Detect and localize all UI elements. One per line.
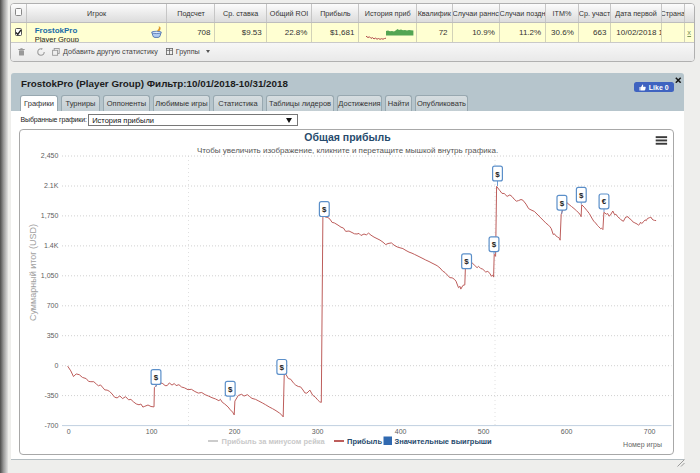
svg-text:1,750: 1,750	[41, 212, 59, 219]
svg-text:700: 700	[47, 302, 59, 309]
svg-text:Суммарный итог (USD): Суммарный итог (USD)	[28, 224, 38, 321]
svg-text:Чтобы увеличить изображение, к: Чтобы увеличить изображение, кликните и …	[197, 146, 498, 155]
svg-text:$: $	[322, 205, 327, 214]
svg-text:$: $	[280, 363, 285, 372]
svg-text:$: $	[492, 240, 497, 249]
svg-text:300: 300	[312, 428, 324, 435]
svg-text:2.1K: 2.1K	[44, 182, 59, 189]
svg-text:700: 700	[644, 428, 656, 435]
svg-text:Общая прибыль: Общая прибыль	[304, 131, 391, 143]
svg-text:500: 500	[478, 428, 490, 435]
svg-text:$: $	[154, 373, 159, 382]
svg-text:0: 0	[67, 428, 71, 435]
svg-text:1.4K: 1.4K	[44, 242, 59, 249]
svg-text:350: 350	[47, 332, 59, 339]
svg-text:Номер игры: Номер игры	[623, 441, 662, 449]
svg-text:1,050: 1,050	[41, 272, 59, 279]
svg-text:0: 0	[54, 362, 58, 369]
svg-text:$: $	[495, 170, 500, 179]
svg-text:Значительные выигрыши: Значительные выигрыши	[395, 437, 493, 446]
svg-text:600: 600	[561, 428, 573, 435]
svg-text:100: 100	[146, 428, 158, 435]
svg-text:200: 200	[229, 428, 241, 435]
svg-text:-350: -350	[44, 392, 58, 399]
svg-text:400: 400	[395, 428, 407, 435]
svg-text:$: $	[560, 199, 565, 208]
svg-text:Прибыль: Прибыль	[347, 437, 382, 446]
svg-text:€: €	[602, 197, 607, 206]
svg-text:$: $	[228, 385, 233, 394]
svg-text:Прибыль за минусом рейка: Прибыль за минусом рейка	[222, 437, 326, 446]
svg-text:$: $	[579, 191, 584, 200]
svg-text:2,450: 2,450	[41, 152, 59, 159]
svg-text:-700: -700	[44, 422, 58, 429]
svg-text:$: $	[464, 257, 469, 266]
